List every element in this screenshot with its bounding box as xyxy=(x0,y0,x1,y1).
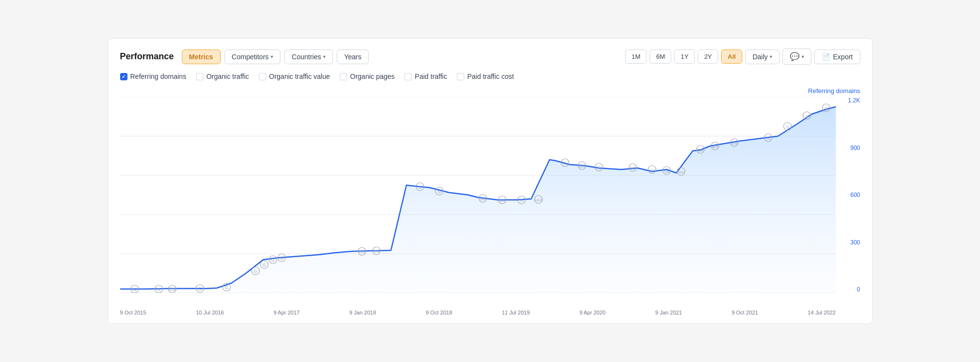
header-row: Performance Metrics Competitors ▾ Countr… xyxy=(120,48,860,65)
google-icon-g: G xyxy=(280,256,283,261)
x-label-jul2022: 14 Jul 2022 xyxy=(808,310,836,315)
checkbox-referring-domains-box xyxy=(120,73,127,80)
google-icon-g: CG xyxy=(373,249,379,254)
google-icon-g: Ga xyxy=(678,170,684,174)
x-label-oct2021: 9 Oct 2021 xyxy=(731,310,758,315)
metrics-button[interactable]: Metrics xyxy=(182,49,221,64)
google-icon-g: G xyxy=(438,190,441,194)
time-2y-button[interactable]: 2Y xyxy=(698,49,718,64)
time-6m-button[interactable]: 6M xyxy=(650,49,671,64)
performance-card: Performance Metrics Competitors ▾ Countr… xyxy=(108,38,873,324)
competitors-button[interactable]: Competitors ▾ xyxy=(225,49,280,64)
y-label-600: 600 xyxy=(850,192,860,198)
google-icon-g: CG xyxy=(697,148,703,152)
chart-container: Referring domains xyxy=(120,85,860,315)
google-icon-g: G xyxy=(262,263,266,267)
export-icon: 📄 xyxy=(822,53,830,61)
google-icon-g: aEG xyxy=(711,145,719,149)
google-icon-g: Ga xyxy=(664,169,669,173)
google-icon-g: G xyxy=(271,258,275,263)
checkbox-paid-traffic-cost-box xyxy=(457,73,464,80)
google-icon-g: G xyxy=(418,185,421,190)
checkbox-organic-traffic-value-box xyxy=(259,73,266,80)
chart-svg: G G CG G G G G G G CG xyxy=(120,97,836,293)
google-icon-g: GG xyxy=(629,166,635,170)
time-1y-button[interactable]: 1Y xyxy=(674,49,695,64)
google-icon-g: zGa xyxy=(730,141,738,145)
countries-chevron-icon: ▾ xyxy=(323,54,326,59)
google-icon-g: G xyxy=(597,166,600,170)
chart-svg-area: G G CG G G G G G G CG xyxy=(120,97,836,293)
years-button[interactable]: Years xyxy=(337,49,369,64)
google-icon-g: G xyxy=(651,168,653,172)
comment-icon: 💬 xyxy=(790,52,800,61)
time-all-button[interactable]: All xyxy=(721,49,742,64)
page-title: Performance xyxy=(120,51,174,62)
checkbox-organic-pages-box xyxy=(340,73,347,80)
x-label-jul2016: 10 Jul 2016 xyxy=(196,310,224,315)
comment-chevron-icon: ▾ xyxy=(802,54,804,59)
checkbox-organic-traffic-value[interactable]: Organic traffic value xyxy=(259,72,330,80)
google-icon-g: G xyxy=(805,114,808,119)
y-label-0: 0 xyxy=(857,286,860,293)
x-label-oct2018: 9 Oct 2018 xyxy=(426,310,452,315)
google-icon-g: GG xyxy=(479,197,485,201)
google-icon-g: G xyxy=(786,125,789,129)
google-icon-g: G xyxy=(766,136,769,141)
chart-series-label: Referring domains xyxy=(808,87,860,95)
checkbox-referring-domains[interactable]: Referring domains xyxy=(120,72,186,80)
google-icon-g: G xyxy=(133,287,136,292)
x-label-apr2017: 9 Apr 2017 xyxy=(274,310,300,315)
time-1m-button[interactable]: 1M xyxy=(625,49,647,64)
x-axis-labels: 9 Oct 2015 10 Jul 2016 9 Apr 2017 9 Jan … xyxy=(120,307,836,315)
daily-button[interactable]: Daily ▾ xyxy=(745,49,779,64)
header-right: 1M 6M 1Y 2Y All Daily ▾ 💬 ▾ 📄 Export xyxy=(625,48,860,65)
y-label-1200: 1.2K xyxy=(848,97,860,104)
checkbox-organic-pages[interactable]: Organic pages xyxy=(340,72,395,80)
y-label-900: 900 xyxy=(850,145,860,151)
google-icon-g: G xyxy=(825,106,828,111)
checkbox-row: Referring domains Organic traffic Organi… xyxy=(120,72,860,80)
export-button[interactable]: 📄 Export xyxy=(814,49,860,64)
google-icon-g: G xyxy=(225,285,228,290)
y-label-300: 300 xyxy=(850,239,860,246)
x-label-oct2015: 9 Oct 2015 xyxy=(120,310,147,315)
competitors-chevron-icon: ▾ xyxy=(271,54,273,59)
checkbox-organic-traffic[interactable]: Organic traffic xyxy=(196,72,249,80)
daily-chevron-icon: ▾ xyxy=(770,54,772,59)
google-icon-g: G xyxy=(157,287,160,292)
countries-button[interactable]: Countries ▾ xyxy=(284,49,333,64)
header-left: Performance Metrics Competitors ▾ Countr… xyxy=(120,49,369,64)
x-label-apr2020: 9 Apr 2020 xyxy=(579,310,605,315)
google-icon-g: CG xyxy=(359,250,365,254)
y-axis-labels: 1.2K 900 600 300 0 xyxy=(837,97,860,293)
google-icon-g: GG xyxy=(499,198,505,203)
google-icon-g: G xyxy=(520,198,523,203)
x-label-jan2021: 9 Jan 2021 xyxy=(655,310,682,315)
checkbox-paid-traffic-cost[interactable]: Paid traffic cost xyxy=(457,72,514,80)
google-icon-g: G xyxy=(563,161,566,166)
google-icon-g: G xyxy=(198,287,201,291)
x-label-jan2018: 9 Jan 2018 xyxy=(350,310,376,315)
x-label-jul2019: 11 Jul 2019 xyxy=(502,310,530,315)
comment-button[interactable]: 💬 ▾ xyxy=(782,48,811,65)
checkbox-paid-traffic[interactable]: Paid traffic xyxy=(404,72,447,80)
checkbox-paid-traffic-box xyxy=(404,73,412,80)
google-icon-g: GGG xyxy=(534,198,543,202)
chart-area-fill xyxy=(120,107,836,293)
google-icon-g: GG xyxy=(578,164,584,169)
checkbox-organic-traffic-box xyxy=(196,73,203,80)
google-icon-g: G xyxy=(253,269,257,274)
google-icon-g: CG xyxy=(169,287,175,292)
